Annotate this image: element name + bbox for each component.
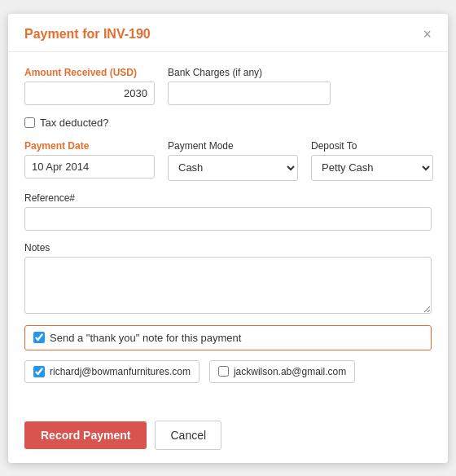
payment-date-group: Payment Date [24, 140, 155, 178]
close-button[interactable]: × [423, 27, 432, 42]
reference-input[interactable] [24, 207, 432, 231]
email2-option: jackwilson.ab@gmail.com [209, 360, 355, 383]
deposit-to-label: Deposit To [311, 140, 433, 152]
email1-checkbox[interactable] [33, 366, 45, 377]
email2-checkbox[interactable] [218, 366, 229, 377]
payment-date-input[interactable] [24, 155, 155, 178]
reference-label: Reference# [24, 192, 432, 204]
amount-row: Amount Received (USD) Bank Charges (if a… [24, 67, 432, 105]
notes-label: Notes [24, 242, 432, 253]
dialog-body: Amount Received (USD) Bank Charges (if a… [8, 52, 448, 411]
dialog-footer: Record Payment Cancel [8, 411, 448, 463]
bank-charges-input[interactable] [168, 82, 331, 105]
payment-dialog: Payment for INV-190 × Amount Received (U… [8, 14, 448, 463]
amount-group: Amount Received (USD) [24, 67, 155, 105]
email1-option: richardj@bowmanfurnitures.com [24, 360, 200, 383]
notes-textarea[interactable] [24, 257, 432, 314]
payment-date-label: Payment Date [24, 140, 155, 152]
payment-mode-label: Payment Mode [168, 140, 298, 152]
deposit-to-select[interactable]: Petty Cash Checking Account Savings Acco… [311, 155, 433, 181]
record-payment-button[interactable]: Record Payment [24, 421, 147, 449]
dialog-title: Payment for INV-190 [24, 27, 151, 42]
invoice-id: INV-190 [103, 27, 151, 41]
thank-you-label: Send a "thank you" note for this payment [50, 332, 241, 344]
reference-group: Reference# [24, 192, 432, 231]
deposit-to-group: Deposit To Petty Cash Checking Account S… [311, 140, 433, 181]
email1-value: richardj@bowmanfurnitures.com [50, 366, 191, 377]
amount-input[interactable] [24, 82, 155, 105]
payment-mode-group: Payment Mode Cash Check Credit Card Bank… [168, 140, 298, 181]
email-row: richardj@bowmanfurnitures.com jackwilson… [24, 360, 432, 383]
thank-you-row: Send a "thank you" note for this payment [24, 325, 432, 350]
payment-details-row: Payment Date Payment Mode Cash Check Cre… [24, 140, 432, 181]
thank-you-checkbox[interactable] [33, 332, 45, 343]
email2-value: jackwilson.ab@gmail.com [234, 366, 346, 377]
bank-charges-label: Bank Charges (if any) [168, 67, 331, 78]
tax-row: Tax deducted? [24, 117, 432, 129]
tax-deducted-label: Tax deducted? [40, 117, 109, 129]
dialog-header: Payment for INV-190 × [8, 14, 448, 52]
payment-mode-select[interactable]: Cash Check Credit Card Bank Transfer [168, 155, 298, 181]
tax-deducted-checkbox[interactable] [24, 117, 35, 128]
amount-label: Amount Received (USD) [24, 67, 155, 78]
bank-charges-group: Bank Charges (if any) [168, 67, 331, 105]
notes-group: Notes [24, 242, 432, 314]
cancel-button[interactable]: Cancel [155, 421, 221, 450]
title-prefix: Payment for [24, 27, 103, 41]
